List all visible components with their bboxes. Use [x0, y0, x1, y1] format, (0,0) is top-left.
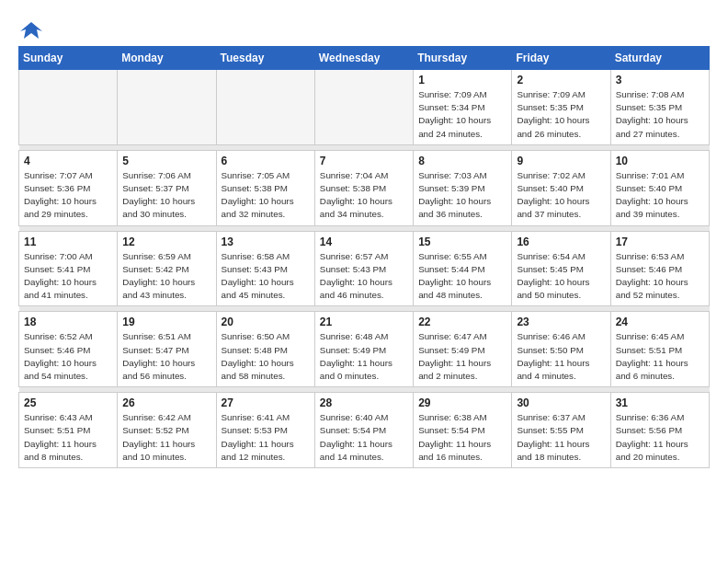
calendar-day-cell: 31Sunrise: 6:36 AMSunset: 5:56 PMDayligh…	[610, 393, 709, 468]
day-of-week-header: Saturday	[610, 47, 709, 70]
day-of-week-header: Thursday	[414, 47, 512, 70]
day-number: 20	[222, 316, 310, 328]
calendar-day-cell: 21Sunrise: 6:48 AMSunset: 5:49 PMDayligh…	[314, 312, 413, 387]
calendar-day-cell: 6Sunrise: 7:05 AMSunset: 5:38 PMDaylight…	[216, 150, 314, 225]
day-of-week-header: Friday	[512, 47, 610, 70]
calendar-day-cell: 20Sunrise: 6:50 AMSunset: 5:48 PMDayligh…	[216, 312, 314, 387]
logo	[18, 18, 48, 40]
calendar-day-cell: 4Sunrise: 7:07 AMSunset: 5:36 PMDaylight…	[19, 150, 118, 225]
day-info: Sunrise: 7:07 AMSunset: 5:36 PMDaylight:…	[24, 169, 112, 222]
calendar-day-cell: 23Sunrise: 6:46 AMSunset: 5:50 PMDayligh…	[512, 312, 610, 387]
calendar-day-cell: 2Sunrise: 7:09 AMSunset: 5:35 PMDaylight…	[512, 70, 610, 145]
day-info: Sunrise: 7:08 AMSunset: 5:35 PMDaylight:…	[616, 88, 704, 141]
day-info: Sunrise: 6:52 AMSunset: 5:46 PMDaylight:…	[24, 330, 112, 383]
day-info: Sunrise: 7:01 AMSunset: 5:40 PMDaylight:…	[616, 169, 704, 222]
day-info: Sunrise: 7:02 AMSunset: 5:40 PMDaylight:…	[517, 169, 605, 222]
day-info: Sunrise: 6:42 AMSunset: 5:52 PMDaylight:…	[122, 411, 210, 464]
day-number: 31	[616, 396, 704, 409]
day-info: Sunrise: 7:09 AMSunset: 5:35 PMDaylight:…	[517, 88, 605, 141]
calendar: SundayMondayTuesdayWednesdayThursdayFrid…	[18, 46, 710, 468]
day-number: 18	[24, 316, 112, 328]
calendar-day-cell	[118, 70, 216, 145]
day-of-week-header: Wednesday	[314, 47, 413, 70]
day-number: 26	[122, 396, 210, 409]
calendar-day-cell: 28Sunrise: 6:40 AMSunset: 5:54 PMDayligh…	[314, 393, 413, 468]
calendar-day-cell: 27Sunrise: 6:41 AMSunset: 5:53 PMDayligh…	[216, 393, 314, 468]
day-of-week-header: Sunday	[19, 47, 118, 70]
day-info: Sunrise: 7:00 AMSunset: 5:41 PMDaylight:…	[24, 250, 112, 303]
day-info: Sunrise: 6:37 AMSunset: 5:55 PMDaylight:…	[517, 411, 605, 464]
day-info: Sunrise: 6:38 AMSunset: 5:54 PMDaylight:…	[418, 411, 506, 464]
calendar-day-cell: 26Sunrise: 6:42 AMSunset: 5:52 PMDayligh…	[118, 393, 216, 468]
day-number: 23	[517, 316, 605, 328]
day-of-week-header: Tuesday	[216, 47, 314, 70]
day-info: Sunrise: 6:51 AMSunset: 5:47 PMDaylight:…	[122, 330, 210, 383]
day-info: Sunrise: 7:03 AMSunset: 5:39 PMDaylight:…	[418, 169, 506, 222]
day-info: Sunrise: 6:53 AMSunset: 5:46 PMDaylight:…	[616, 250, 704, 303]
day-number: 28	[320, 396, 408, 409]
calendar-day-cell	[216, 70, 314, 145]
day-number: 24	[616, 316, 704, 328]
calendar-day-cell: 3Sunrise: 7:08 AMSunset: 5:35 PMDaylight…	[610, 70, 709, 145]
day-number: 25	[24, 396, 112, 409]
day-info: Sunrise: 6:48 AMSunset: 5:49 PMDaylight:…	[320, 330, 408, 383]
calendar-day-cell: 17Sunrise: 6:53 AMSunset: 5:46 PMDayligh…	[610, 231, 709, 306]
day-number: 3	[616, 74, 704, 86]
calendar-day-cell: 7Sunrise: 7:04 AMSunset: 5:38 PMDaylight…	[314, 150, 413, 225]
day-number: 30	[517, 396, 605, 409]
day-number: 27	[222, 396, 310, 409]
calendar-day-cell: 29Sunrise: 6:38 AMSunset: 5:54 PMDayligh…	[414, 393, 512, 468]
calendar-day-cell: 12Sunrise: 6:59 AMSunset: 5:42 PMDayligh…	[118, 231, 216, 306]
day-info: Sunrise: 6:57 AMSunset: 5:43 PMDaylight:…	[320, 250, 408, 303]
day-number: 4	[24, 155, 112, 167]
calendar-day-cell: 18Sunrise: 6:52 AMSunset: 5:46 PMDayligh…	[19, 312, 118, 387]
day-number: 15	[418, 236, 506, 248]
day-number: 6	[222, 155, 310, 167]
calendar-day-cell: 25Sunrise: 6:43 AMSunset: 5:51 PMDayligh…	[19, 393, 118, 468]
day-number: 14	[320, 236, 408, 248]
day-number: 5	[122, 155, 210, 167]
day-number: 7	[320, 155, 408, 167]
day-info: Sunrise: 7:04 AMSunset: 5:38 PMDaylight:…	[320, 169, 408, 222]
day-number: 16	[517, 236, 605, 248]
calendar-day-cell: 11Sunrise: 7:00 AMSunset: 5:41 PMDayligh…	[19, 231, 118, 306]
calendar-day-cell: 24Sunrise: 6:45 AMSunset: 5:51 PMDayligh…	[610, 312, 709, 387]
calendar-week-row: 18Sunrise: 6:52 AMSunset: 5:46 PMDayligh…	[19, 312, 710, 387]
calendar-day-cell: 30Sunrise: 6:37 AMSunset: 5:55 PMDayligh…	[512, 393, 610, 468]
day-info: Sunrise: 6:59 AMSunset: 5:42 PMDaylight:…	[122, 250, 210, 303]
day-info: Sunrise: 7:09 AMSunset: 5:34 PMDaylight:…	[418, 88, 506, 141]
calendar-week-row: 1Sunrise: 7:09 AMSunset: 5:34 PMDaylight…	[19, 70, 710, 145]
day-info: Sunrise: 7:06 AMSunset: 5:37 PMDaylight:…	[122, 169, 210, 222]
day-info: Sunrise: 6:36 AMSunset: 5:56 PMDaylight:…	[616, 411, 704, 464]
day-number: 8	[418, 155, 506, 167]
calendar-week-row: 4Sunrise: 7:07 AMSunset: 5:36 PMDaylight…	[19, 150, 710, 225]
day-number: 10	[616, 155, 704, 167]
calendar-day-cell: 22Sunrise: 6:47 AMSunset: 5:49 PMDayligh…	[414, 312, 512, 387]
day-of-week-header: Monday	[118, 47, 216, 70]
day-number: 13	[222, 236, 310, 248]
day-info: Sunrise: 6:40 AMSunset: 5:54 PMDaylight:…	[320, 411, 408, 464]
logo-icon	[18, 18, 44, 40]
calendar-day-cell: 5Sunrise: 7:06 AMSunset: 5:37 PMDaylight…	[118, 150, 216, 225]
calendar-day-cell: 19Sunrise: 6:51 AMSunset: 5:47 PMDayligh…	[118, 312, 216, 387]
calendar-day-cell: 10Sunrise: 7:01 AMSunset: 5:40 PMDayligh…	[610, 150, 709, 225]
day-number: 19	[122, 316, 210, 328]
day-info: Sunrise: 6:45 AMSunset: 5:51 PMDaylight:…	[616, 330, 704, 383]
calendar-day-cell: 16Sunrise: 6:54 AMSunset: 5:45 PMDayligh…	[512, 231, 610, 306]
day-number: 9	[517, 155, 605, 167]
day-number: 29	[418, 396, 506, 409]
day-info: Sunrise: 6:43 AMSunset: 5:51 PMDaylight:…	[24, 411, 112, 464]
day-info: Sunrise: 6:58 AMSunset: 5:43 PMDaylight:…	[222, 250, 310, 303]
day-info: Sunrise: 7:05 AMSunset: 5:38 PMDaylight:…	[222, 169, 310, 222]
day-info: Sunrise: 6:55 AMSunset: 5:44 PMDaylight:…	[418, 250, 506, 303]
day-info: Sunrise: 6:54 AMSunset: 5:45 PMDaylight:…	[517, 250, 605, 303]
calendar-day-cell	[19, 70, 118, 145]
svg-marker-0	[20, 22, 42, 39]
calendar-day-cell: 8Sunrise: 7:03 AMSunset: 5:39 PMDaylight…	[414, 150, 512, 225]
day-number: 21	[320, 316, 408, 328]
day-info: Sunrise: 6:50 AMSunset: 5:48 PMDaylight:…	[222, 330, 310, 383]
day-info: Sunrise: 6:41 AMSunset: 5:53 PMDaylight:…	[222, 411, 310, 464]
calendar-day-cell: 15Sunrise: 6:55 AMSunset: 5:44 PMDayligh…	[414, 231, 512, 306]
header	[18, 15, 710, 40]
calendar-week-row: 11Sunrise: 7:00 AMSunset: 5:41 PMDayligh…	[19, 231, 710, 306]
